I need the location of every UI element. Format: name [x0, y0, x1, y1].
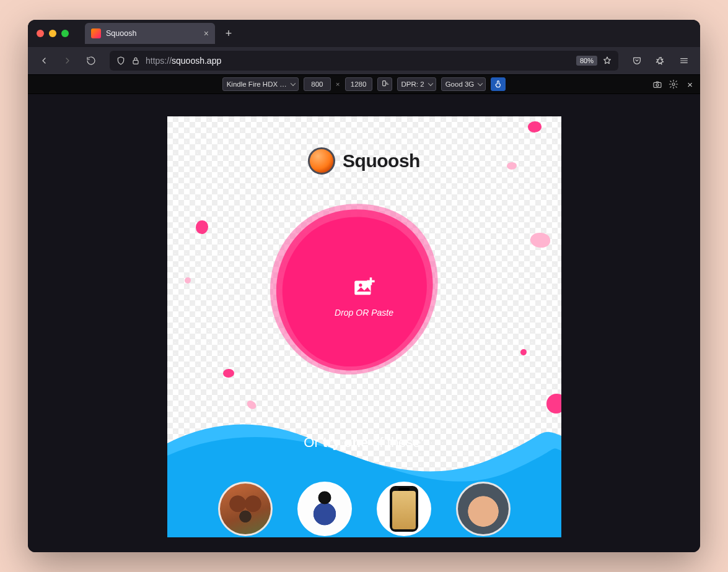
browser-window: Squoosh × + https://squoosh.app 80%	[28, 20, 700, 552]
app-menu-button[interactable]	[674, 51, 694, 71]
forward-button[interactable]	[58, 51, 77, 71]
throttle-value: Good 3G	[445, 80, 475, 88]
sample-artwork[interactable]	[297, 482, 352, 536]
try-bold: try one	[323, 435, 368, 450]
titlebar: Squoosh × +	[28, 20, 700, 47]
camera-icon	[652, 79, 662, 89]
lock-icon	[131, 56, 141, 66]
decorative-spot	[185, 277, 191, 284]
sample-list	[218, 464, 511, 519]
try-prefix: Or	[304, 435, 323, 450]
screenshot-button[interactable]	[652, 79, 662, 89]
device-select[interactable]: Kindle Fire HDX …	[222, 77, 299, 91]
svg-point-3	[656, 84, 659, 86]
rotate-icon	[380, 79, 390, 89]
devtools-icon[interactable]	[651, 51, 670, 71]
sample-photo[interactable]	[218, 482, 273, 536]
sample-svg[interactable]	[456, 482, 511, 536]
throttle-select[interactable]: Good 3G	[441, 77, 486, 91]
browser-tab[interactable]: Squoosh ×	[85, 23, 215, 44]
device-frame: Squoosh	[167, 116, 561, 537]
viewport-height-input[interactable]: 1280	[345, 77, 372, 91]
close-rdm-button[interactable]: ×	[685, 79, 695, 90]
decorative-spot	[223, 369, 234, 378]
decorative-spot	[520, 349, 527, 355]
zoom-badge[interactable]: 80%	[576, 56, 597, 66]
address-bar[interactable]: https://squoosh.app 80%	[110, 51, 618, 71]
bookmark-star-icon[interactable]	[602, 56, 612, 66]
reload-button[interactable]	[81, 51, 101, 71]
viewport-width-input[interactable]: 800	[304, 77, 331, 91]
try-heading: Or try one of these:	[304, 435, 424, 451]
gear-icon	[669, 79, 678, 89]
touch-simulation-button[interactable]	[491, 77, 506, 91]
minimize-window-button[interactable]	[49, 30, 56, 37]
device-select-value: Kindle Fire HDX …	[227, 80, 287, 88]
svg-rect-2	[654, 82, 661, 87]
tab-favicon-icon	[91, 28, 101, 38]
navigation-toolbar: https://squoosh.app 80%	[28, 47, 700, 74]
dpr-value: DPR: 2	[401, 80, 424, 88]
svg-rect-1	[382, 81, 385, 86]
dpr-select[interactable]: DPR: 2	[397, 77, 436, 91]
fullscreen-window-button[interactable]	[61, 30, 69, 37]
svg-point-4	[672, 83, 675, 85]
samples-section: Or try one of these:	[167, 432, 561, 537]
decorative-spot	[196, 220, 208, 234]
shield-icon	[116, 56, 126, 66]
decorative-spot	[528, 121, 542, 132]
app-title: Squoosh	[343, 150, 420, 171]
tab-title: Squoosh	[106, 29, 136, 38]
new-tab-button[interactable]: +	[220, 25, 237, 42]
tab-close-button[interactable]: ×	[204, 29, 209, 38]
touch-icon	[493, 79, 503, 89]
url-scheme: https://	[146, 56, 172, 66]
rotate-viewport-button[interactable]	[377, 77, 392, 91]
rdm-settings-button[interactable]	[669, 79, 678, 89]
url-host: squoosh.app	[172, 56, 221, 66]
viewport-area: Squoosh	[28, 94, 700, 552]
blob-shape	[262, 194, 467, 398]
back-button[interactable]	[34, 51, 54, 71]
url-text: https://squoosh.app	[146, 56, 571, 66]
window-controls	[37, 30, 69, 37]
sample-screenshot[interactable]	[377, 482, 431, 536]
svg-rect-0	[133, 60, 138, 64]
dimension-separator: ×	[336, 80, 340, 88]
pocket-icon[interactable]	[627, 51, 647, 71]
app-header: Squoosh	[167, 147, 561, 175]
drop-zone[interactable]: Drop OR Paste	[262, 194, 467, 398]
close-window-button[interactable]	[37, 30, 44, 37]
decorative-spot	[530, 233, 550, 248]
responsive-design-toolbar: Kindle Fire HDX … 800 × 1280 DPR: 2 Good…	[28, 74, 700, 94]
try-suffix: of these:	[368, 435, 424, 450]
squoosh-logo-icon	[308, 147, 335, 175]
